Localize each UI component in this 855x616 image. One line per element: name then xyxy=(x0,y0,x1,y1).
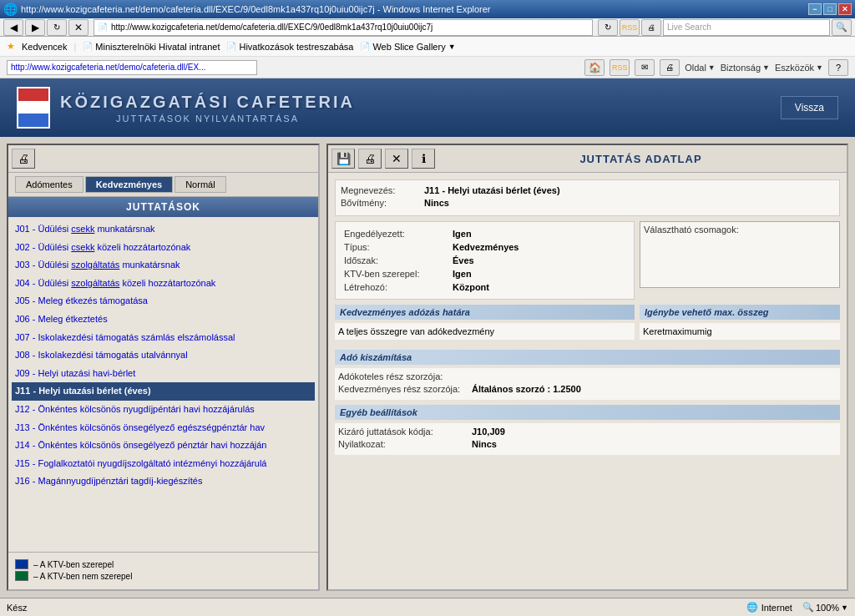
stop-button[interactable]: ✕ xyxy=(68,19,89,36)
fav-item-webslice[interactable]: 📄 Web Slice Gallery ▼ xyxy=(360,42,455,52)
egyeb-header: Egyéb beállítások xyxy=(335,405,840,420)
toolbar-btn-1[interactable]: 🖨 xyxy=(12,149,35,169)
search-button[interactable]: 🔍 xyxy=(832,19,852,36)
igenybevehet-block: Igénybe vehető max. összeg Keretmaximumi… xyxy=(640,305,840,345)
letrehozo-row: Létrehozó: Központ xyxy=(341,280,629,294)
ktv-label: KTV-ben szerepel: xyxy=(341,267,449,280)
oldal-button[interactable]: Oldal ▼ xyxy=(685,63,716,73)
window-title: http://www.kozigcafeteria.net/demo/cafet… xyxy=(21,4,491,14)
back-button[interactable]: ◀ xyxy=(3,19,23,36)
print-btn2[interactable]: 🖨 xyxy=(660,59,680,76)
app-header: KÖZIGAZGATÁSI CAFETERIA JUTTATÁSOK NYILV… xyxy=(0,78,855,137)
help-button[interactable]: ? xyxy=(828,59,848,76)
address-bar-row: ◀ ▶ ↻ ✕ 📄 http://www.kozigcafeteria.net/… xyxy=(0,18,855,37)
right-print-button[interactable]: 🖨 xyxy=(358,149,382,169)
right-panel-content: Megnevezés: J11 - Helyi utazási bérlet (… xyxy=(328,173,847,589)
print-button[interactable]: 🖨 xyxy=(641,19,661,36)
list-item-J13[interactable]: J13 - Önkéntes kölcsönös önsegélyező egé… xyxy=(12,419,315,437)
detail-row: Engedélyezett: Igen Típus: Kedvezményes … xyxy=(335,221,840,300)
igenybevehet-content: Keretmaximumig xyxy=(640,323,840,340)
zoom-dropdown-icon[interactable]: ▼ xyxy=(841,603,848,612)
list-item-J08[interactable]: J08 - Iskolakezdési támogatás utalvánnya… xyxy=(12,346,315,365)
home-button[interactable]: 🏠 xyxy=(584,59,605,76)
megnevezes-label: Megnevezés: xyxy=(341,185,424,195)
left-panel: 🖨 Adómentes Kedvezményes Normál JUTTATÁS… xyxy=(7,144,320,591)
right-info-button[interactable]: ℹ xyxy=(412,149,435,169)
zoom-area: 🔍 100% ▼ xyxy=(802,602,848,613)
hungary-shield xyxy=(17,87,50,129)
valaszthato-csomagok-box: Választható csomagok: xyxy=(640,221,840,288)
fav-item-miniszter[interactable]: 📄 Miniszterelnöki Hivatal intranet xyxy=(83,42,220,52)
ado-section: Adó kiszámítása Adókoteles rész szorzója… xyxy=(335,350,840,400)
favorites-label: Kedvencek xyxy=(22,42,67,52)
left-panel-toolbar: 🖨 xyxy=(8,145,318,173)
list-item-J07[interactable]: J07 - Iskolakezdési támogatás számlás el… xyxy=(12,329,315,347)
tab-kedvezmenyes[interactable]: Kedvezményes xyxy=(85,176,174,193)
list-item-J03[interactable]: J03 - Üdülési szolgáltatás munkatársnak xyxy=(12,256,315,275)
adokoteles-row: Adókoteles rész szorzója: xyxy=(338,371,837,381)
bovitmeny-row: Bővítmény: Nincs xyxy=(341,198,834,208)
ado-content: Adókoteles rész szorzója: Kedvezményes r… xyxy=(335,368,840,400)
refresh-button[interactable]: ↻ xyxy=(47,19,67,36)
legend-box-1 xyxy=(15,559,28,569)
list-item-J14[interactable]: J14 - Önkéntes kölcsönös önsegélyező pén… xyxy=(12,437,315,455)
idoszak-value: Éves xyxy=(449,254,629,267)
list-item-J06[interactable]: J06 - Meleg étkeztetés xyxy=(12,311,315,329)
search-input[interactable]: Live Search xyxy=(663,19,830,36)
fav-icon-1: 📄 xyxy=(83,42,93,51)
globe-icon: 🌐 xyxy=(746,602,758,613)
list-item-J01[interactable]: J01 - Üdülési csekk munkatársnak xyxy=(12,220,315,239)
forward-button[interactable]: ▶ xyxy=(25,19,45,36)
list-item-J12[interactable]: J12 - Önkéntes kölcsönös nyugdíjpéntári … xyxy=(12,401,315,419)
eszkozok-label: Eszközök xyxy=(775,63,814,73)
mail-button[interactable]: ✉ xyxy=(635,59,655,76)
right-panel: 💾 🖨 ✕ ℹ JUTTATÁS ADATLAP Megnevezés: J11… xyxy=(326,144,848,591)
list-item-J11[interactable]: J11 - Helyi utazási bérlet (éves) xyxy=(12,382,315,401)
idoszak-row: Időszak: Éves xyxy=(341,254,629,267)
kizaro-row: Kizáró juttatások kódja: J10,J09 xyxy=(338,427,837,437)
url-input[interactable]: 📄 http://www.kozigcafeteria.net/demo/caf… xyxy=(94,19,593,36)
eszkozok-button[interactable]: Eszközök ▼ xyxy=(775,63,823,73)
right-panel-toolbar: 💾 🖨 ✕ ℹ JUTTATÁS ADATLAP xyxy=(328,145,847,173)
valaszthato-textarea[interactable] xyxy=(640,237,839,285)
list-item-J16[interactable]: J16 - Magánnyugdíjpénztári tagdíj-kiegés… xyxy=(12,472,315,491)
tab-normal[interactable]: Normál xyxy=(175,176,225,193)
minimize-button[interactable]: − xyxy=(808,3,822,15)
rss-button[interactable]: RSS xyxy=(620,19,640,36)
igenybevehet-value: Keretmaximumig xyxy=(643,326,712,336)
detail-left: Engedélyezett: Igen Típus: Kedvezményes … xyxy=(335,221,635,300)
right-save-button[interactable]: 💾 xyxy=(331,149,355,169)
list-item-J05[interactable]: J05 - Meleg étkezés támogatása xyxy=(12,292,315,311)
egyeb-section: Egyéb beállítások Kizáró juttatások kódj… xyxy=(335,405,840,455)
refresh-go-button[interactable]: ↻ xyxy=(598,19,618,36)
toolbar-right: 🏠 RSS ✉ 🖨 Oldal ▼ Biztonság ▼ Eszközök ▼… xyxy=(584,59,848,76)
detail-table: Engedélyezett: Igen Típus: Kedvezményes … xyxy=(341,227,629,294)
kedvez-igeny-row: Kedvezményes adózás határa A teljes össz… xyxy=(335,305,840,345)
list-item-J04[interactable]: J04 - Üdülési szolgáltatás közeli hozzát… xyxy=(12,275,315,293)
biztonsag-button[interactable]: Biztonság ▼ xyxy=(721,63,770,73)
webslice-dropdown-icon[interactable]: ▼ xyxy=(448,43,456,51)
list-item-J09[interactable]: J09 - Helyi utazási havi-bérlet xyxy=(12,365,315,383)
search-area: Live Search 🔍 xyxy=(663,19,852,36)
nyilatkozat-label: Nyilatkozat: xyxy=(338,439,472,449)
maximize-button[interactable]: □ xyxy=(823,3,837,15)
list-item-J15[interactable]: J15 - Foglalkoztatói nyugdíjszolgáltató … xyxy=(12,455,315,473)
idoszak-label: Időszak: xyxy=(341,254,449,267)
adokoteles-label: Adókoteles rész szorzója: xyxy=(338,371,472,381)
kizaro-value: J10,J09 xyxy=(472,427,505,437)
back-vissza-button[interactable]: Vissza xyxy=(781,96,838,119)
tab-adómentes[interactable]: Adómentes xyxy=(15,176,83,193)
fav-item-hivatkozas[interactable]: 📄 Hivatkozások testreszabása xyxy=(226,42,353,52)
list-item-J02[interactable]: J02 - Üdülési csekk közeli hozzátartozón… xyxy=(12,239,315,257)
second-toolbar: http://www.kozigcafeteria.net/demo/cafet… xyxy=(0,57,855,78)
second-address-bar[interactable]: http://www.kozigcafeteria.net/demo/cafet… xyxy=(7,60,257,75)
right-delete-button[interactable]: ✕ xyxy=(385,149,408,169)
ktv-row: KTV-ben szerepel: Igen xyxy=(341,267,629,280)
kedveszorzoja-label: Kedvezményes rész szorzója: xyxy=(338,384,472,394)
megnevezes-value: J11 - Helyi utazási bérlet (éves) xyxy=(424,185,560,195)
legend-area: – A KTV-ben szerepel – A KTV-ben nem sze… xyxy=(8,552,318,589)
rss-btn2[interactable]: RSS xyxy=(610,59,630,76)
search-placeholder: Live Search xyxy=(667,23,711,32)
close-button[interactable]: ✕ xyxy=(838,3,852,15)
title-bar: 🌐 http://www.kozigcafeteria.net/demo/caf… xyxy=(0,0,855,18)
